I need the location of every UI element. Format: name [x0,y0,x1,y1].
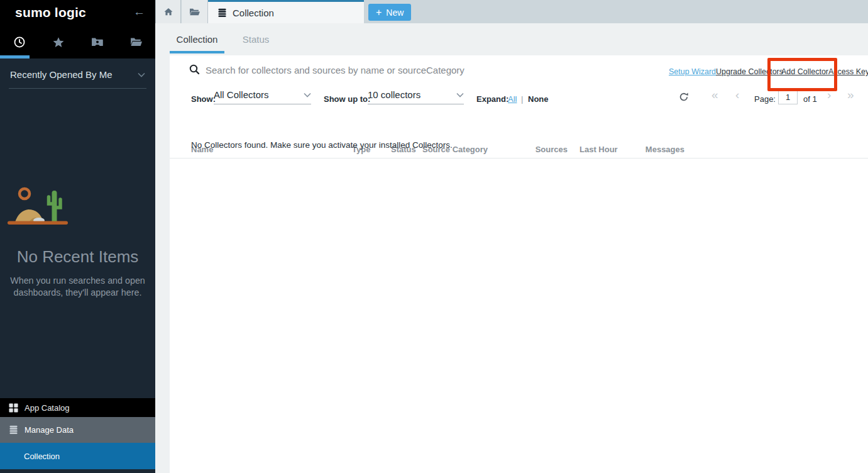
subtab-status[interactable]: Status [242,23,270,55]
logo-bar: sumo logic ← [0,0,155,25]
refresh-icon[interactable] [679,92,689,102]
show-up-to-select[interactable]: 10 collectors [368,89,464,104]
sumo-logic-logo: sumo logic [15,5,86,20]
expand-label: Expand: [476,94,508,104]
show-select[interactable]: All Collectors [214,89,311,104]
expand-separator: | [521,94,523,104]
chevron-down-icon [138,72,145,77]
sidebar-tab-recent[interactable] [0,25,39,58]
ground-line [8,221,68,225]
expand-all-link[interactable]: All [508,94,517,104]
app-grid-icon [9,403,18,413]
no-recent-items-caption: When you run searches and open dashboard… [0,275,155,299]
collection-panel: Setup Wizard Upgrade Collectors Add Coll… [170,55,868,473]
tab-collection[interactable]: Collection [208,0,364,23]
open-folder-icon [130,36,142,47]
show-up-to-label: Show up to: [324,94,370,104]
sidebar-tab-favorites[interactable] [39,25,78,58]
sidebar-item-collection[interactable]: Collection [0,443,155,469]
nav-label: Collection [24,452,60,461]
star-icon [53,36,64,48]
add-collector-link[interactable]: Add Collector [781,67,828,76]
database-icon [9,425,18,435]
collapse-sidebar-icon[interactable]: ← [133,5,145,19]
nav-label: App Catalog [25,403,70,413]
page-prev-button[interactable]: ‹ [735,88,739,102]
sidebar-tab-library[interactable] [116,25,155,58]
show-up-to-select-value: 10 collectors [368,89,420,100]
recently-opened-dropdown[interactable]: Recently Opened By Me [9,58,146,89]
subtab-bar: Collection Status [155,23,868,55]
expand-none-link[interactable]: None [528,94,549,104]
sun-icon [19,189,30,199]
sidebar-tab-shared[interactable] [78,25,117,58]
recently-opened-label: Recently Opened By Me [10,69,113,80]
search-icon [189,64,200,75]
plus-icon: + [376,7,382,18]
collection-stack-icon [217,8,227,18]
chevron-down-icon [456,92,464,97]
page-label: Page: [754,94,776,104]
upgrade-collectors-link[interactable]: Upgrade Collectors [716,67,783,76]
column-header-sources: Sources [519,145,568,154]
nav-label: Manage Data [25,425,74,435]
column-header-last-hour: Last Hour [580,145,618,154]
new-button-label: New [386,8,404,18]
tab-label: Collection [233,8,274,18]
active-tab-indicator [0,55,30,58]
filter-row: Show: All Collectors Show up to: 10 coll… [170,86,868,114]
clock-icon [14,36,25,48]
page-count-label: of 1 [803,94,817,104]
tab-strip: Collection + New [155,0,868,23]
new-button[interactable]: + New [368,4,411,21]
access-keys-link[interactable]: Access Keys [828,67,868,76]
column-header-messages: Messages [638,145,684,154]
sidebar-item-manage-data[interactable]: Manage Data [0,417,155,443]
setup-wizard-link[interactable]: Setup Wizard [669,67,716,76]
no-recent-items-title: No Recent Items [0,247,155,267]
show-select-value: All Collectors [214,89,269,100]
page-next-button[interactable]: › [827,88,831,102]
search-input[interactable] [206,62,583,78]
library-button[interactable] [182,0,208,23]
user-folder-icon [91,36,103,47]
desert-illustration [0,184,75,228]
page-first-button[interactable]: « [711,88,718,102]
home-icon [163,7,173,16]
sidebar: sumo logic ← [0,0,155,473]
page-number-input[interactable] [778,90,798,104]
subtab-collection[interactable]: Collection [170,23,224,55]
sidebar-bottom-nav: App Catalog Manage Data Collection [0,398,155,469]
sidebar-icon-tabs [0,25,155,58]
chevron-down-icon [304,92,311,97]
page-last-button[interactable]: » [847,88,854,102]
sidebar-item-app-catalog[interactable]: App Catalog [0,398,155,417]
main-area: Collection + New Collection Status Setup… [155,0,868,473]
empty-state-message: No Collectors found. Make sure you activ… [191,140,453,150]
home-button[interactable] [155,0,181,23]
folder-icon [189,7,201,16]
toolbar-row: Setup Wizard Upgrade Collectors Add Coll… [170,55,868,86]
show-label: Show: [191,94,216,104]
